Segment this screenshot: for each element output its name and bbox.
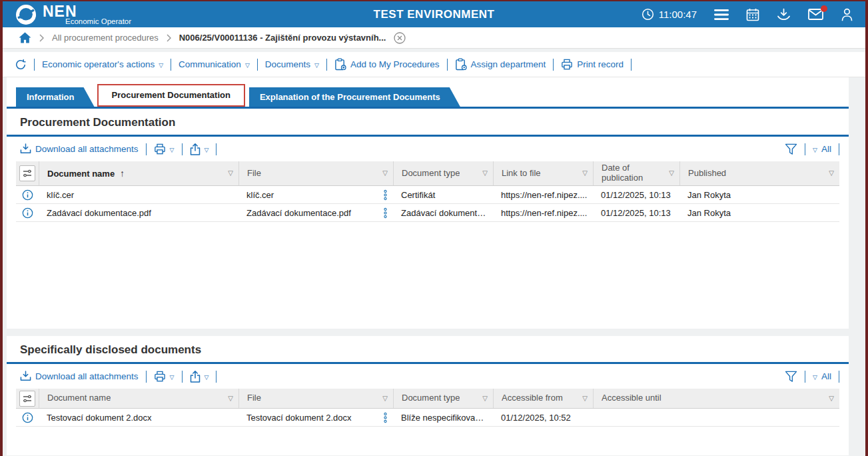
share-icon [190, 143, 201, 155]
cell-link-to-file[interactable]: https://nen-ref.nipez.... [493, 208, 593, 218]
printer-icon [154, 143, 166, 155]
table-row[interactable]: klíč.cer klíč.cer Certifikát https://nen… [16, 186, 839, 204]
menu-communication[interactable]: Communication▽ [179, 59, 250, 69]
column-header-document-name[interactable]: Document name▽ [39, 389, 238, 408]
column-header-document-type[interactable]: Document type▽ [393, 389, 493, 408]
cell-published: Jan Rokyta [679, 190, 839, 200]
table-row[interactable]: Zadávací dokumentace.pdf Zadávací dokume… [16, 204, 839, 222]
app-window: NEN Economic Operator TEST ENVIRONMENT 1… [0, 0, 868, 456]
column-settings-button[interactable] [16, 389, 39, 408]
chevron-right-icon [39, 34, 44, 42]
column-header-published[interactable]: Published▽ [679, 161, 839, 185]
column-header-file[interactable]: File▽ [238, 161, 393, 185]
mail-icon[interactable] [808, 9, 823, 20]
download-icon [20, 143, 31, 155]
tab-bar: Information Procurement Documentation Ex… [7, 77, 849, 107]
kebab-menu-icon[interactable] [383, 412, 388, 423]
section-specifically-disclosed-documents: Specifically disclosed documents Downloa… [7, 336, 849, 455]
cell-published: Jan Rokyta [679, 208, 839, 218]
menu-economic-operators-actions[interactable]: Economic operator's actions▽ [42, 59, 163, 69]
chevron-down-icon: ▽ [813, 374, 817, 381]
funnel-icon[interactable] [785, 371, 797, 383]
filter-dropdown-icon[interactable]: ▽ [228, 169, 233, 177]
nen-logo[interactable]: NEN Economic Operator [15, 3, 131, 26]
documents-table: Document name ↑ ▽ File▽ Document type▽ L… [16, 161, 839, 222]
cell-document-type: Zadávací dokumenta... [393, 208, 493, 218]
nen-logo-icon [15, 3, 37, 26]
tab-procurement-documentation[interactable]: Procurement Documentation [97, 84, 245, 107]
chevron-down-icon: ▽ [813, 147, 817, 153]
filter-dropdown-icon[interactable]: ▽ [669, 169, 674, 177]
column-header-link-to-file[interactable]: Link to file▽ [493, 161, 593, 185]
action-toolbar: Economic operator's actions▽ Communicati… [3, 52, 865, 77]
kebab-menu-icon[interactable] [383, 207, 388, 219]
filter-all-dropdown[interactable]: ▽ All [813, 371, 831, 381]
toolbar-divider [146, 371, 147, 383]
filter-dropdown-icon[interactable]: ▽ [582, 395, 588, 403]
filter-dropdown-icon[interactable]: ▽ [829, 169, 834, 177]
download-icon [20, 371, 31, 382]
section-procurement-documentation: Procurement Documentation Download all a… [7, 109, 849, 329]
menu-documents[interactable]: Documents▽ [265, 59, 319, 69]
print-table-button[interactable]: ▽ [154, 143, 175, 155]
download-all-attachments-button[interactable]: Download all attachments [20, 143, 139, 155]
refresh-icon[interactable] [15, 59, 27, 71]
chevron-right-icon [167, 34, 171, 42]
chevron-down-icon: ▽ [245, 62, 250, 69]
cell-document-name: klíč.cer [39, 190, 238, 200]
print-record-button[interactable]: Print record [561, 59, 624, 70]
add-to-my-procedures-button[interactable]: Add to My Procedures [334, 58, 440, 71]
toolbar-divider [216, 371, 217, 383]
cell-link-to-file[interactable]: https://nen-ref.nipez.... [493, 190, 593, 200]
download-all-attachments-button[interactable]: Download all attachments [20, 371, 139, 382]
chevron-down-icon: ▽ [205, 147, 209, 153]
download-tray-icon[interactable] [777, 8, 791, 21]
column-header-date-of-publication[interactable]: Date of publication▽ [593, 161, 679, 185]
filter-dropdown-icon[interactable]: ▽ [482, 395, 488, 403]
filter-dropdown-icon[interactable]: ▽ [582, 169, 588, 177]
toolbar-divider [839, 143, 839, 155]
column-header-file[interactable]: File▽ [238, 389, 393, 408]
close-circle-icon[interactable] [394, 32, 406, 44]
funnel-icon[interactable] [785, 143, 797, 155]
cell-accessible-from: 01/12/2025, 10:52 [493, 413, 593, 423]
kebab-menu-icon[interactable] [383, 189, 388, 201]
breadcrumb-item-procedures[interactable]: All procurement procedures [52, 33, 159, 43]
column-settings-button[interactable] [16, 161, 39, 185]
filter-dropdown-icon[interactable]: ▽ [482, 169, 488, 177]
column-header-document-name[interactable]: Document name ↑ ▽ [39, 161, 238, 185]
user-icon[interactable] [841, 8, 853, 21]
toolbar-divider [182, 371, 183, 383]
cell-document-name: Testovací dokument 2.docx [39, 413, 238, 423]
filter-dropdown-icon[interactable]: ▽ [829, 395, 834, 403]
calendar-icon[interactable] [746, 8, 759, 21]
logo-subtitle: Economic Operator [65, 18, 131, 26]
column-header-accessible-until[interactable]: Accessible until▽ [593, 389, 839, 408]
info-icon[interactable] [16, 207, 39, 219]
print-table-button[interactable]: ▽ [154, 371, 175, 382]
column-header-document-type[interactable]: Document type▽ [393, 161, 493, 185]
filter-dropdown-icon[interactable]: ▽ [228, 395, 233, 403]
export-table-button[interactable]: ▽ [190, 143, 209, 155]
cell-document-type: Certifikát [393, 190, 493, 200]
tab-information[interactable]: Information [16, 87, 95, 107]
column-header-accessible-from[interactable]: Accessible from▽ [493, 389, 593, 408]
table-row[interactable]: Testovací dokument 2.docx Testovací doku… [16, 409, 839, 427]
export-table-button[interactable]: ▽ [190, 371, 209, 383]
time-value: 11:00:47 [659, 9, 697, 20]
filter-dropdown-icon[interactable]: ▽ [382, 169, 388, 177]
filter-dropdown-icon[interactable]: ▽ [382, 395, 388, 403]
chevron-down-icon: ▽ [205, 374, 209, 381]
section-gap [3, 329, 865, 336]
assign-department-button[interactable]: Assign department [455, 58, 546, 71]
column-settings-icon [19, 391, 35, 407]
menu-icon[interactable] [714, 9, 729, 20]
info-icon[interactable] [16, 189, 39, 201]
tab-explanation[interactable]: Explanation of the Procurement Documents [249, 87, 460, 107]
filter-all-dropdown[interactable]: ▽ All [813, 144, 831, 154]
server-time: 11:00:47 [642, 8, 697, 21]
info-icon[interactable] [16, 412, 39, 423]
top-header-bar: NEN Economic Operator TEST ENVIRONMENT 1… [3, 1, 865, 27]
section-toolbar: Download all attachments ▽ ▽ [7, 364, 849, 389]
home-icon[interactable] [19, 32, 31, 43]
